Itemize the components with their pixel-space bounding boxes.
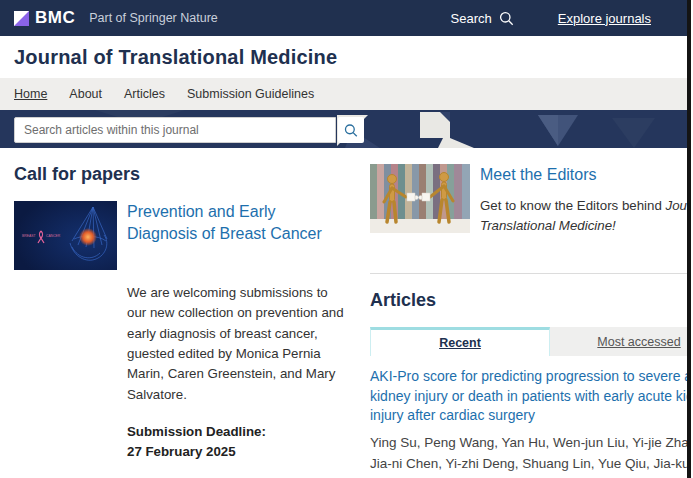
nav-item-home[interactable]: Home bbox=[14, 87, 47, 101]
explore-journals-link[interactable]: Explore journals bbox=[558, 11, 651, 26]
journal-search-button[interactable] bbox=[338, 117, 364, 143]
search-icon bbox=[499, 11, 514, 26]
springer-tagline: Part of Springer Nature bbox=[89, 11, 218, 25]
svg-text:BREAST: BREAST bbox=[22, 234, 36, 238]
journal-search-input[interactable] bbox=[14, 117, 336, 143]
cfp-item-breast-cancer: BREAST CANCER Prevention and Early Diagn… bbox=[14, 201, 348, 270]
tab-most-accessed[interactable]: Most accessed bbox=[550, 327, 693, 356]
breast-cancer-thumbnail[interactable]: BREAST CANCER bbox=[14, 201, 117, 270]
cfp-deadline-label: Submission Deadline: bbox=[127, 424, 266, 439]
articles-heading: Articles bbox=[370, 290, 693, 311]
page: BMC Part of Springer Nature Search Explo… bbox=[0, 0, 693, 148]
bmc-logo-icon bbox=[14, 11, 29, 26]
header-actions: Search Explore journals bbox=[451, 11, 679, 26]
nav-item-submission-guidelines[interactable]: Submission Guidelines bbox=[187, 87, 314, 101]
cfp-description: We are welcoming submissions to our new … bbox=[127, 283, 348, 405]
articles-tabs: Recent Most accessed bbox=[370, 327, 693, 356]
cfp-item-body: Prevention and Early Diagnosis of Breast… bbox=[127, 201, 348, 270]
cfp-item-text: We are welcoming submissions to our new … bbox=[127, 283, 348, 462]
article-title-link[interactable]: AKI-Pro score for predicting progression… bbox=[370, 367, 693, 425]
cfp-deadline-date: 27 February 2025 bbox=[127, 444, 236, 459]
bmc-logo[interactable]: BMC bbox=[14, 8, 75, 28]
meet-editors-desc-text: Get to know the Editors behind bbox=[480, 198, 666, 213]
journal-search-band bbox=[0, 110, 693, 148]
cfp-title-link[interactable]: Prevention and Early Diagnosis of Breast… bbox=[127, 201, 348, 244]
article-authors: Ying Su, Peng Wang, Yan Hu, Wen-jun Liu,… bbox=[370, 433, 693, 478]
call-for-papers-section: Call for papers bbox=[14, 148, 348, 478]
site-search-label: Search bbox=[451, 11, 492, 26]
bmc-logo-text: BMC bbox=[35, 8, 75, 28]
nav-item-articles[interactable]: Articles bbox=[124, 87, 165, 101]
meet-editors-description: Get to know the Editors behind Journal o… bbox=[480, 196, 693, 236]
meet-editors-body: Meet the Editors Get to know the Editors… bbox=[480, 164, 693, 235]
tab-most-accessed-label: Most accessed bbox=[597, 335, 680, 349]
journal-title-bar: Journal of Translational Medicine bbox=[0, 36, 693, 78]
meet-editors-thumbnail[interactable] bbox=[370, 164, 470, 233]
cfp-deadline: Submission Deadline: 27 February 2025 bbox=[127, 422, 348, 462]
meet-editors-item: Meet the Editors Get to know the Editors… bbox=[370, 164, 693, 235]
svg-text:CANCER: CANCER bbox=[46, 234, 61, 238]
magnifier-icon bbox=[344, 123, 358, 138]
site-search-link[interactable]: Search bbox=[451, 11, 514, 26]
tab-recent[interactable]: Recent bbox=[370, 327, 550, 356]
call-for-papers-heading: Call for papers bbox=[14, 164, 348, 185]
right-column-divider bbox=[370, 273, 693, 274]
journal-search-form bbox=[14, 117, 364, 143]
tab-recent-label: Recent bbox=[439, 336, 481, 350]
right-column: Meet the Editors Get to know the Editors… bbox=[370, 148, 693, 478]
site-header: BMC Part of Springer Nature Search Explo… bbox=[0, 0, 693, 36]
page-title: Journal of Translational Medicine bbox=[14, 46, 337, 69]
nav-item-about[interactable]: About bbox=[69, 87, 102, 101]
journal-nav: Home About Articles Submission Guideline… bbox=[0, 78, 693, 110]
meet-editors-link[interactable]: Meet the Editors bbox=[480, 164, 693, 186]
